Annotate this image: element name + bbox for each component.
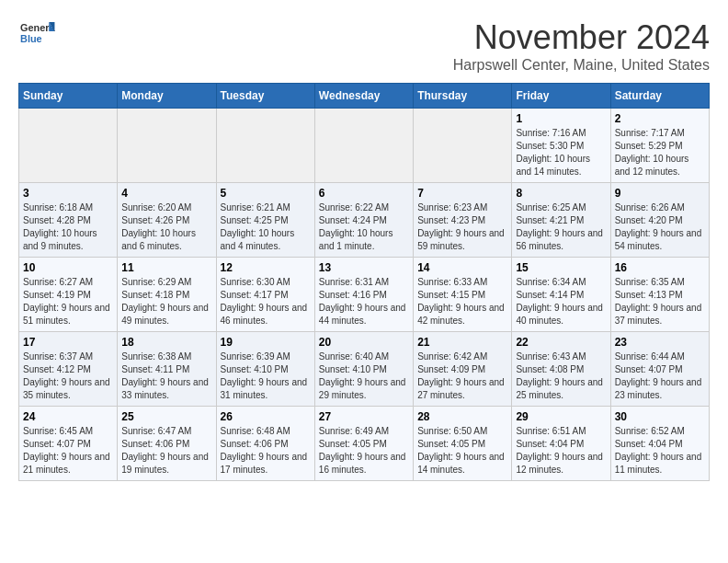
- day-info: Sunrise: 6:42 AM Sunset: 4:09 PM Dayligh…: [417, 350, 507, 402]
- day-header-wednesday: Wednesday: [314, 84, 413, 109]
- location-subtitle: Harpswell Center, Maine, United States: [453, 57, 710, 74]
- day-number: 19: [221, 336, 311, 349]
- day-info: Sunrise: 6:38 AM Sunset: 4:11 PM Dayligh…: [121, 350, 211, 402]
- calendar-cell: 25Sunrise: 6:47 AM Sunset: 4:06 PM Dayli…: [118, 407, 216, 481]
- calendar-cell: 4Sunrise: 6:20 AM Sunset: 4:26 PM Daylig…: [118, 183, 216, 258]
- calendar-cell: 28Sunrise: 6:50 AM Sunset: 4:05 PM Dayli…: [414, 407, 512, 481]
- title-area: November 2024 Harpswell Center, Maine, U…: [453, 18, 710, 74]
- day-header-monday: Monday: [118, 84, 216, 109]
- day-info: Sunrise: 6:51 AM Sunset: 4:04 PM Dayligh…: [516, 425, 606, 477]
- day-info: Sunrise: 6:21 AM Sunset: 4:25 PM Dayligh…: [221, 201, 311, 253]
- day-number: 13: [319, 261, 409, 274]
- day-header-tuesday: Tuesday: [216, 84, 314, 109]
- day-number: 29: [516, 410, 606, 423]
- day-number: 7: [417, 187, 507, 200]
- calendar-cell: 24Sunrise: 6:45 AM Sunset: 4:07 PM Dayli…: [19, 407, 118, 481]
- day-number: 20: [319, 336, 409, 349]
- day-number: 21: [417, 336, 507, 349]
- calendar-cell: 27Sunrise: 6:49 AM Sunset: 4:05 PM Dayli…: [314, 407, 413, 481]
- calendar-cell: 18Sunrise: 6:38 AM Sunset: 4:11 PM Dayli…: [118, 332, 216, 407]
- day-info: Sunrise: 6:25 AM Sunset: 4:21 PM Dayligh…: [516, 201, 606, 253]
- day-number: 15: [516, 261, 606, 274]
- day-number: 16: [615, 261, 705, 274]
- day-number: 4: [121, 187, 211, 200]
- calendar-week-row: 1Sunrise: 7:16 AM Sunset: 5:30 PM Daylig…: [19, 109, 710, 183]
- day-info: Sunrise: 6:52 AM Sunset: 4:04 PM Dayligh…: [615, 425, 705, 477]
- day-number: 6: [319, 187, 409, 200]
- calendar-cell: 10Sunrise: 6:27 AM Sunset: 4:19 PM Dayli…: [19, 258, 118, 332]
- day-number: 1: [516, 112, 606, 125]
- day-info: Sunrise: 6:18 AM Sunset: 4:28 PM Dayligh…: [23, 201, 113, 253]
- day-info: Sunrise: 6:50 AM Sunset: 4:05 PM Dayligh…: [417, 425, 507, 477]
- day-number: 12: [221, 261, 311, 274]
- day-number: 23: [615, 336, 705, 349]
- calendar-cell: 13Sunrise: 6:31 AM Sunset: 4:16 PM Dayli…: [314, 258, 413, 332]
- day-header-friday: Friday: [512, 84, 610, 109]
- day-info: Sunrise: 7:16 AM Sunset: 5:30 PM Dayligh…: [516, 127, 606, 178]
- calendar-cell: [216, 109, 314, 183]
- calendar-header-row: SundayMondayTuesdayWednesdayThursdayFrid…: [19, 84, 710, 109]
- calendar-cell: [19, 109, 118, 183]
- calendar-cell: 26Sunrise: 6:48 AM Sunset: 4:06 PM Dayli…: [216, 407, 314, 481]
- day-number: 17: [23, 336, 113, 349]
- calendar-cell: 16Sunrise: 6:35 AM Sunset: 4:13 PM Dayli…: [610, 258, 709, 332]
- calendar-cell: 30Sunrise: 6:52 AM Sunset: 4:04 PM Dayli…: [610, 407, 709, 481]
- calendar-cell: 20Sunrise: 6:40 AM Sunset: 4:10 PM Dayli…: [314, 332, 413, 407]
- day-info: Sunrise: 6:48 AM Sunset: 4:06 PM Dayligh…: [221, 425, 311, 477]
- day-header-saturday: Saturday: [610, 84, 709, 109]
- day-number: 28: [417, 410, 507, 423]
- day-info: Sunrise: 6:34 AM Sunset: 4:14 PM Dayligh…: [516, 276, 606, 327]
- day-info: Sunrise: 6:26 AM Sunset: 4:20 PM Dayligh…: [615, 201, 705, 253]
- calendar-cell: 17Sunrise: 6:37 AM Sunset: 4:12 PM Dayli…: [19, 332, 118, 407]
- calendar-cell: 15Sunrise: 6:34 AM Sunset: 4:14 PM Dayli…: [512, 258, 610, 332]
- day-number: 2: [615, 112, 705, 125]
- calendar-week-row: 3Sunrise: 6:18 AM Sunset: 4:28 PM Daylig…: [19, 183, 710, 258]
- day-number: 25: [121, 410, 211, 423]
- calendar-cell: 2Sunrise: 7:17 AM Sunset: 5:29 PM Daylig…: [610, 109, 709, 183]
- day-info: Sunrise: 6:40 AM Sunset: 4:10 PM Dayligh…: [319, 350, 409, 402]
- day-info: Sunrise: 6:29 AM Sunset: 4:18 PM Dayligh…: [121, 276, 211, 327]
- calendar-cell: [414, 109, 512, 183]
- calendar-week-row: 17Sunrise: 6:37 AM Sunset: 4:12 PM Dayli…: [19, 332, 710, 407]
- day-number: 18: [121, 336, 211, 349]
- day-number: 22: [516, 336, 606, 349]
- day-info: Sunrise: 6:45 AM Sunset: 4:07 PM Dayligh…: [23, 425, 113, 477]
- day-number: 14: [417, 261, 507, 274]
- day-info: Sunrise: 6:22 AM Sunset: 4:24 PM Dayligh…: [319, 201, 409, 253]
- day-number: 3: [23, 187, 113, 200]
- calendar-week-row: 24Sunrise: 6:45 AM Sunset: 4:07 PM Dayli…: [19, 407, 710, 481]
- day-number: 10: [23, 261, 113, 274]
- calendar-cell: 22Sunrise: 6:43 AM Sunset: 4:08 PM Dayli…: [512, 332, 610, 407]
- calendar-cell: 12Sunrise: 6:30 AM Sunset: 4:17 PM Dayli…: [216, 258, 314, 332]
- calendar-cell: 14Sunrise: 6:33 AM Sunset: 4:15 PM Dayli…: [414, 258, 512, 332]
- day-number: 24: [23, 410, 113, 423]
- calendar-cell: [314, 109, 413, 183]
- calendar-cell: 19Sunrise: 6:39 AM Sunset: 4:10 PM Dayli…: [216, 332, 314, 407]
- calendar-cell: 11Sunrise: 6:29 AM Sunset: 4:18 PM Dayli…: [118, 258, 216, 332]
- day-info: Sunrise: 7:17 AM Sunset: 5:29 PM Dayligh…: [615, 127, 705, 178]
- calendar-cell: 3Sunrise: 6:18 AM Sunset: 4:28 PM Daylig…: [19, 183, 118, 258]
- calendar-cell: 6Sunrise: 6:22 AM Sunset: 4:24 PM Daylig…: [314, 183, 413, 258]
- calendar-cell: 5Sunrise: 6:21 AM Sunset: 4:25 PM Daylig…: [216, 183, 314, 258]
- calendar-cell: 29Sunrise: 6:51 AM Sunset: 4:04 PM Dayli…: [512, 407, 610, 481]
- day-info: Sunrise: 6:33 AM Sunset: 4:15 PM Dayligh…: [417, 276, 507, 327]
- day-number: 11: [121, 261, 211, 274]
- calendar-cell: 9Sunrise: 6:26 AM Sunset: 4:20 PM Daylig…: [610, 183, 709, 258]
- calendar-body: 1Sunrise: 7:16 AM Sunset: 5:30 PM Daylig…: [19, 109, 710, 481]
- calendar-cell: 8Sunrise: 6:25 AM Sunset: 4:21 PM Daylig…: [512, 183, 610, 258]
- day-number: 8: [516, 187, 606, 200]
- day-number: 9: [615, 187, 705, 200]
- day-info: Sunrise: 6:37 AM Sunset: 4:12 PM Dayligh…: [23, 350, 113, 402]
- day-info: Sunrise: 6:27 AM Sunset: 4:19 PM Dayligh…: [23, 276, 113, 327]
- calendar-cell: [118, 109, 216, 183]
- day-info: Sunrise: 6:31 AM Sunset: 4:16 PM Dayligh…: [319, 276, 409, 327]
- day-info: Sunrise: 6:35 AM Sunset: 4:13 PM Dayligh…: [615, 276, 705, 327]
- day-info: Sunrise: 6:47 AM Sunset: 4:06 PM Dayligh…: [121, 425, 211, 477]
- svg-text:Blue: Blue: [20, 33, 42, 44]
- calendar-cell: 23Sunrise: 6:44 AM Sunset: 4:07 PM Dayli…: [610, 332, 709, 407]
- day-header-thursday: Thursday: [414, 84, 512, 109]
- day-number: 30: [615, 410, 705, 423]
- calendar-cell: 21Sunrise: 6:42 AM Sunset: 4:09 PM Dayli…: [414, 332, 512, 407]
- day-info: Sunrise: 6:30 AM Sunset: 4:17 PM Dayligh…: [221, 276, 311, 327]
- day-info: Sunrise: 6:49 AM Sunset: 4:05 PM Dayligh…: [319, 425, 409, 477]
